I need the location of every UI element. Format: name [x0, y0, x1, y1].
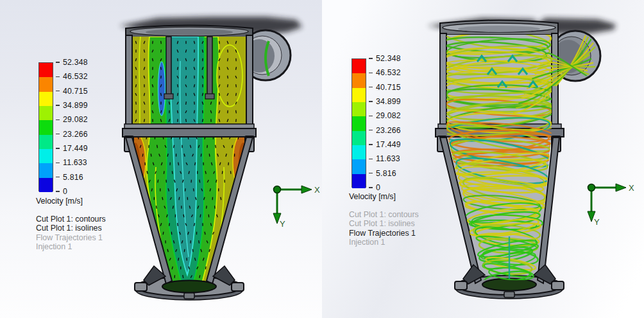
legend-tick [56, 163, 60, 164]
legend-tick [56, 148, 60, 149]
legend-value: 23.266 [63, 130, 88, 139]
legend-swatch [39, 163, 53, 177]
cyclone-top-cap [126, 26, 253, 38]
layer-caption-injection: Injection 1 [349, 238, 419, 247]
outlet-opening [162, 281, 216, 293]
legend-swatch [39, 77, 53, 91]
legend-swatch [352, 116, 366, 130]
legend-tick [369, 144, 373, 145]
legend-tick [369, 159, 373, 160]
layer-caption-contours: Cut Plot 1: contours [349, 210, 419, 219]
legend-value: 34.899 [63, 101, 88, 110]
layer-caption-isolines: Cut Plot 1: isolines [36, 224, 106, 233]
layer-caption-trajectories: Flow Trajectories 1 [36, 233, 106, 242]
y-axis-label: Y [594, 217, 600, 227]
legend-value: 11.633 [376, 154, 400, 163]
legend-tick [56, 62, 60, 63]
legend-swatch [39, 178, 53, 192]
legend-swatch [352, 145, 366, 159]
legend-tick [56, 191, 60, 192]
legend-value: 34.899 [376, 97, 401, 106]
legend-value: 29.082 [63, 115, 88, 124]
legend-value: 0 [63, 187, 67, 196]
legend-tick [56, 76, 60, 78]
velocity-legend: 52.348 46.532 40.715 34.899 29.082 23.26… [352, 58, 366, 188]
legend-value: 5.816 [63, 173, 83, 182]
layer-caption-trajectories: Flow Trajectories 1 [349, 229, 419, 238]
legend-tick [369, 58, 373, 59]
legend-value: 17.449 [63, 144, 88, 153]
legend-tick [369, 73, 373, 74]
x-axis-label: X [314, 185, 320, 195]
legend-color-bar[interactable] [352, 58, 366, 188]
velocity-legend: 52.348 46.532 40.715 34.899 29.082 23.26… [38, 62, 53, 191]
legend-value: 40.715 [63, 87, 88, 96]
legend-unit-label: Velocity [m/s] [36, 197, 83, 206]
legend-tick [369, 87, 373, 88]
orientation-triad: X Y [588, 183, 634, 227]
layer-caption-isolines: Cut Plot 1: isolines [349, 219, 419, 228]
plot-layer-captions: Cut Plot 1: contours Cut Plot 1: isoline… [36, 215, 106, 252]
legend-tick [369, 187, 373, 188]
plot-layer-captions: Cut Plot 1: contours Cut Plot 1: isoline… [349, 210, 419, 247]
legend-value: 29.082 [376, 111, 401, 120]
legend-tick [56, 134, 60, 135]
legend-swatch [352, 102, 366, 116]
legend-tick [56, 105, 60, 106]
legend-value: 52.348 [376, 54, 401, 63]
flow-simulation-screenshot: X Y 52.348 46.532 40.715 34.899 29.082 [0, 0, 644, 318]
orientation-triad: X Y [273, 185, 320, 229]
legend-swatch [39, 120, 53, 134]
legend-tick [369, 116, 373, 117]
legend-swatch [352, 131, 366, 145]
legend-swatch [352, 174, 366, 188]
z-axis-origin-icon [274, 186, 281, 193]
legend-unit-label: Velocity [m/s] [349, 192, 396, 201]
cyclone-top-cap [440, 21, 558, 35]
legend-value: 0 [376, 183, 380, 192]
layer-caption-injection: Injection 1 [36, 242, 106, 251]
x-axis-label: X [629, 183, 634, 193]
layer-caption-contours: Cut Plot 1: contours [36, 215, 106, 224]
legend-swatch [352, 59, 366, 73]
legend-swatch [39, 149, 53, 163]
legend-swatch [352, 159, 366, 173]
legend-value: 46.532 [63, 72, 88, 81]
flow-trajectories-viewport[interactable]: X Y 52.348 46.532 40.715 34.899 29.082 2… [322, 0, 644, 318]
y-axis-label: Y [280, 219, 285, 229]
legend-value: 23.266 [376, 126, 401, 135]
legend-tick [56, 177, 60, 178]
flow-trajectory-streamlines [438, 23, 595, 285]
legend-swatch [39, 106, 53, 120]
cut-plot-viewport[interactable]: X Y 52.348 46.532 40.715 34.899 29.082 [0, 0, 322, 318]
outlet-opening [482, 279, 536, 291]
legend-tick [56, 91, 60, 92]
legend-color-bar[interactable] [38, 62, 53, 191]
legend-value: 17.449 [376, 140, 401, 149]
legend-swatch [39, 63, 53, 77]
z-axis-origin-icon [588, 184, 595, 191]
legend-value: 11.633 [63, 158, 87, 167]
legend-tick [369, 130, 373, 131]
legend-tick [369, 101, 373, 102]
legend-swatch [39, 92, 53, 106]
legend-value: 40.715 [376, 83, 401, 92]
legend-swatch [39, 135, 53, 149]
legend-tick [56, 119, 60, 121]
legend-value: 5.816 [376, 169, 396, 178]
legend-swatch [352, 73, 366, 87]
legend-tick [369, 173, 373, 174]
legend-swatch [352, 88, 366, 102]
legend-value: 52.348 [63, 58, 88, 67]
legend-value: 46.532 [376, 68, 401, 77]
